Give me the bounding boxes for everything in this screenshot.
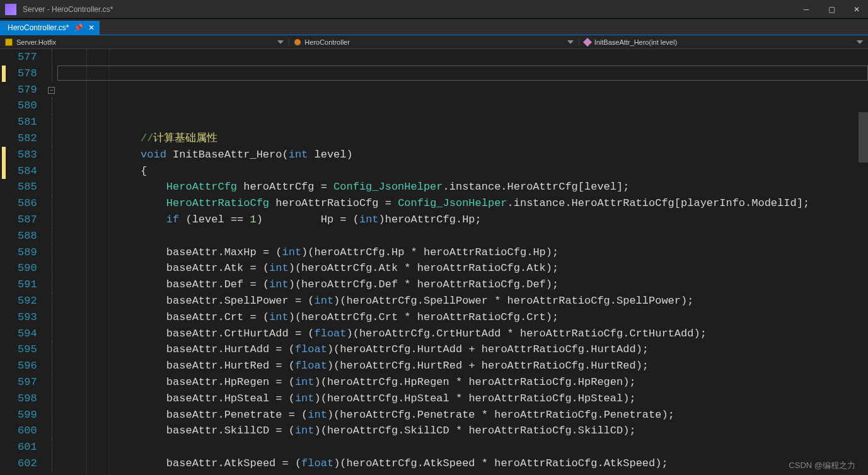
code-line[interactable]: baseAttr.HurtRed = (float)(heroAttrCfg.H… (64, 358, 868, 374)
code-line[interactable]: baseAttr.AtkSpeed = (float)(heroAttrCfg.… (64, 455, 868, 472)
code-line[interactable]: if (level == 1) Hp = (int)heroAttrCfg.Hp… (64, 212, 868, 228)
context-method-label: InitBaseAttr_Hero(int level) (594, 38, 677, 46)
close-button[interactable]: ✕ (850, 5, 863, 14)
change-marker (2, 66, 6, 82)
tab-herocontroller[interactable]: HeroController.cs* 📌 ✕ (0, 21, 100, 35)
tab-label: HeroController.cs* (8, 23, 69, 32)
line-number-gutter[interactable]: 5775785795805815825835845855865875885895… (0, 49, 46, 475)
code-line[interactable]: { (64, 163, 868, 180)
code-line[interactable]: baseAttr.Penetrate = (int)(heroAttrCfg.P… (64, 407, 868, 423)
class-icon (294, 39, 301, 45)
line-number: 589 (18, 244, 37, 261)
context-class[interactable]: HeroController (289, 38, 579, 46)
change-marker (2, 163, 6, 180)
line-number: 582 (18, 130, 37, 147)
code-line[interactable]: baseAttr.SkillCD = (int)(heroAttrCfg.Ski… (64, 423, 868, 439)
code-line[interactable]: baseAttr.HpRegen = (int)(heroAttrCfg.HpR… (64, 374, 868, 391)
tab-bar: HeroController.cs* 📌 ✕ (0, 19, 868, 35)
context-class-label: HeroController (304, 38, 350, 46)
change-marker (2, 147, 6, 163)
line-number: 578 (18, 66, 37, 82)
line-number: 592 (18, 293, 37, 309)
code-line[interactable] (64, 228, 868, 244)
code-line[interactable]: baseAttr.HpSteal = (int)(heroAttrCfg.HpS… (64, 391, 868, 407)
code-editor[interactable]: 5775785795805815825835845855865875885895… (0, 49, 868, 475)
line-number: 584 (18, 163, 37, 180)
fold-toggle-icon[interactable]: − (48, 87, 55, 94)
chevron-down-icon (567, 40, 574, 44)
line-number: 598 (18, 391, 37, 407)
context-namespace-label: Server.Hotfix (16, 38, 56, 46)
tab-close-icon[interactable]: ✕ (88, 23, 95, 32)
context-bar: Server.Hotfix HeroController InitBaseAtt… (0, 35, 868, 49)
line-number: 597 (18, 374, 37, 391)
line-number: 602 (18, 455, 37, 472)
code-line[interactable] (64, 114, 868, 130)
window-controls: ─ ▢ ✕ (800, 5, 863, 14)
line-number: 581 (18, 114, 37, 130)
line-number: 586 (18, 195, 37, 212)
line-number: 588 (18, 228, 37, 244)
line-number: 596 (18, 358, 37, 374)
minimize-button[interactable]: ─ (800, 5, 813, 14)
current-line-outline (57, 66, 868, 81)
window-title: Server - HeroController.cs* (23, 5, 113, 14)
code-line[interactable]: baseAttr.HurtAdd = (float)(heroAttrCfg.H… (64, 341, 868, 358)
code-line[interactable]: HeroAttrCfg heroAttrCfg = Config_JsonHel… (64, 179, 868, 195)
pin-icon[interactable]: 📌 (74, 23, 83, 32)
namespace-icon (5, 38, 13, 46)
code-line[interactable]: void InitBaseAttr_Hero(int level) (64, 147, 868, 163)
code-area[interactable]: //计算基础属性 void InitBaseAttr_Hero(int leve… (57, 49, 868, 475)
line-number: 579 (18, 82, 37, 98)
context-namespace[interactable]: Server.Hotfix (0, 38, 289, 46)
line-number: 577 (18, 49, 37, 66)
maximize-button[interactable]: ▢ (825, 5, 838, 14)
chevron-down-icon (857, 40, 863, 44)
line-number: 593 (18, 309, 37, 326)
code-line[interactable]: baseAttr.Crt = (int)(heroAttrCfg.Crt * h… (64, 309, 868, 326)
line-number: 583 (18, 147, 37, 163)
line-number: 591 (18, 277, 37, 293)
code-line[interactable]: baseAttr.SpellPower = (int)(heroAttrCfg.… (64, 293, 868, 309)
code-line[interactable]: HeroAttrRatioCfg heroAttrRatioCfg = Conf… (64, 195, 868, 212)
line-number: 599 (18, 407, 37, 423)
code-line[interactable]: baseAttr.MaxHp = (int)(heroAttrCfg.Hp * … (64, 244, 868, 261)
code-line[interactable]: baseAttr.CrtHurtAdd = (float)(heroAttrCf… (64, 326, 868, 342)
chevron-down-icon (277, 40, 284, 44)
line-number: 600 (18, 423, 37, 439)
method-icon (583, 37, 592, 46)
line-number: 590 (18, 260, 37, 277)
code-line[interactable]: baseAttr.Atk = (int)(heroAttrCfg.Atk * h… (64, 260, 868, 277)
fold-column[interactable]: − (46, 49, 57, 475)
line-number: 585 (18, 179, 37, 195)
title-bar: Server - HeroController.cs* ─ ▢ ✕ (0, 0, 868, 19)
watermark: CSDN @编程之力 (789, 460, 855, 471)
context-method[interactable]: InitBaseAttr_Hero(int level) (579, 38, 868, 46)
line-number: 594 (18, 326, 37, 342)
code-line[interactable] (64, 439, 868, 455)
code-line[interactable]: baseAttr.Def = (int)(heroAttrCfg.Def * h… (64, 277, 868, 293)
code-line[interactable]: //计算基础属性 (64, 130, 868, 147)
line-number: 587 (18, 212, 37, 228)
line-number: 595 (18, 341, 37, 358)
line-number: 601 (18, 439, 37, 455)
line-number: 580 (18, 98, 37, 114)
visualstudio-icon (5, 4, 16, 15)
code-line[interactable]: baseAttr.AtkRange = (int)heroAttrRatioCf… (64, 472, 868, 475)
scrollbar-thumb[interactable] (859, 112, 868, 163)
